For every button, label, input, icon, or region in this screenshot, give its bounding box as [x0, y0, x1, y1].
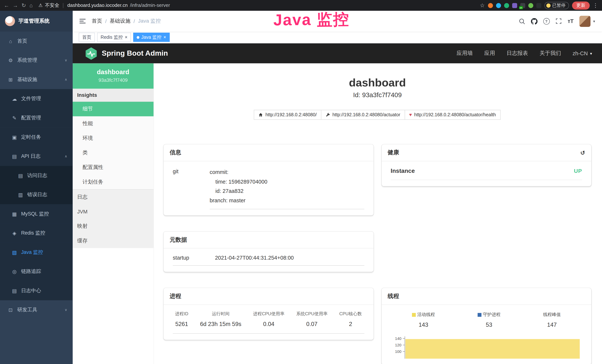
breadcrumb-separator: / [133, 18, 135, 24]
metadata-card: 元数据 startup 2021-04-27T00:44:31.254+08:0… [163, 232, 373, 272]
tab-label: Redis 监控 [101, 34, 123, 40]
leaf-extension-icon[interactable] [528, 3, 533, 8]
heart-icon: ♥ [409, 112, 412, 118]
reload-icon[interactable]: ↻ [22, 2, 26, 8]
github-icon[interactable] [531, 18, 537, 24]
locale-select[interactable]: zh-CN ▾ [572, 50, 592, 56]
threads-chart-y-axis: 140 120 100 [391, 336, 405, 359]
sidebar-item-home[interactable]: ⌂ 首页 [0, 32, 73, 51]
puzzle-extension-icon[interactable] [536, 3, 541, 8]
paused-label: 已暂停 [552, 2, 566, 8]
screenshot-root: ← → ↻ ⌂ ⚠ 不安全 dashboard.yudao.iocoder.cn… [0, 0, 602, 364]
bookmark-star-icon[interactable]: ☆ [480, 2, 485, 8]
switch-extension-icon[interactable]: on [520, 3, 525, 8]
tab-home[interactable]: 首页 [79, 33, 95, 42]
sba-nav-about[interactable]: 关于我们 [539, 50, 561, 57]
help-icon[interactable]: ? [543, 18, 549, 24]
sidebar-item-config-mgmt[interactable]: ✎ 配置管理 [0, 108, 73, 128]
sba-brand[interactable]: Spring Boot Admin [85, 47, 168, 60]
sba-item-details[interactable]: 细节 [73, 102, 153, 117]
actuator-url-link[interactable]: http://192.168.0.2:48080/actuator [321, 110, 405, 120]
health-instance-row[interactable]: Instance UP [391, 167, 582, 180]
sidebar-item-api-logs[interactable]: ▤ API 日志 ∧ [0, 147, 73, 166]
home-icon: ⌂ [8, 38, 13, 44]
cards-grid: 信息 git commit: time: 1596289704000 id: 2… [163, 144, 591, 364]
sidebar-item-label: API 日志 [21, 153, 41, 160]
orange-extension-icon[interactable] [488, 3, 493, 8]
tab-java-monitor[interactable]: Java 监控 × [133, 33, 170, 42]
forward-icon[interactable]: → [13, 2, 18, 8]
error-log-icon: ▥ [18, 192, 23, 197]
sidebar-item-file-mgmt[interactable]: ☁ 文件管理 [0, 89, 73, 108]
drop-extension-icon[interactable] [496, 3, 501, 8]
app-logo[interactable]: 芋道管理系统 [0, 11, 73, 32]
sidebar-item-access-logs[interactable]: ▤ 访问日志 [0, 166, 73, 185]
history-icon[interactable]: ↺ [580, 149, 585, 156]
update-button[interactable]: 更新 [572, 1, 590, 9]
address-bar[interactable]: ⚠ 不安全 dashboard.yudao.iocoder.cn/infra/a… [39, 2, 170, 9]
sba-item-classes[interactable]: 类 [73, 146, 153, 160]
paused-chip[interactable]: 已暂停 [544, 2, 569, 9]
url-path: /infra/admin-server [130, 3, 170, 8]
sba-item-jvm[interactable]: JVM [73, 204, 153, 219]
sba-item-scheduled-tasks[interactable]: 计划任务 [73, 175, 153, 189]
sba-nav-wall[interactable]: 应用墙 [457, 50, 473, 57]
font-size-icon[interactable]: тT [568, 18, 574, 24]
back-icon[interactable]: ← [4, 2, 9, 8]
sidebar-item-java-monitor[interactable]: ▧ Java 监控 [0, 243, 73, 262]
insights-group: 细节 性能 环境 类 配置属性 计划任务 [73, 102, 153, 190]
sba-item-environment[interactable]: 环境 [73, 131, 153, 146]
sba-item-mappings[interactable]: 映射 [73, 219, 153, 234]
avatar[interactable] [579, 16, 591, 27]
logo-avatar-icon [5, 16, 15, 26]
stat-value: 6d 23h 15m 59s [200, 321, 241, 327]
sidebar-item-redis-monitor[interactable]: ◈ Redis 监控 [0, 224, 73, 243]
sidebar-item-label: MySQL 监控 [21, 211, 49, 217]
instance-name: dashboard [76, 68, 150, 76]
app-title: 芋道管理系统 [18, 18, 50, 24]
sidebar-item-label: 系统管理 [17, 57, 37, 64]
sidebar-item-mysql-monitor[interactable]: ▦ MySQL 监控 [0, 204, 73, 224]
service-url: http://192.168.0.2:48080/ [266, 112, 317, 118]
fullscreen-icon[interactable] [556, 18, 562, 24]
y-tick-label: 100 [395, 349, 401, 353]
chevron-up-icon: ∧ [65, 77, 67, 81]
close-icon[interactable]: × [163, 35, 166, 40]
home-icon [258, 113, 263, 117]
sba-item-config-props[interactable]: 配置属性 [73, 160, 153, 175]
sba-nav: 应用墙 应用 日志报表 关于我们 zh-CN ▾ [457, 50, 592, 57]
active-dot-icon [137, 36, 139, 39]
instance-header[interactable]: dashboard 93a3fc7f7409 [73, 64, 153, 89]
sidebar-item-system-mgmt[interactable]: ⚙ 系统管理 ∨ [0, 51, 73, 70]
breadcrumb-home[interactable]: 首页 [92, 18, 102, 24]
browser-menu-icon[interactable]: ⋮ [593, 2, 598, 8]
health-url-link[interactable]: ♥ http://192.168.0.2:48080/actuator/heal… [405, 110, 501, 120]
address-divider [63, 3, 64, 8]
sba-item-metrics[interactable]: 性能 [73, 116, 153, 131]
grid-extension-icon[interactable] [512, 3, 517, 8]
chevron-down-icon[interactable]: ▾ [593, 19, 595, 23]
health-url: http://192.168.0.2:48080/actuator/health [414, 112, 496, 118]
sidebar-item-tracing[interactable]: ◎ 链路追踪 [0, 262, 73, 281]
browser-home-icon[interactable]: ⌂ [30, 2, 33, 8]
sba-item-caches[interactable]: 缓存 [73, 234, 153, 248]
breadcrumb-infrastructure[interactable]: 基础设施 [110, 18, 130, 24]
tab-redis-monitor[interactable]: Redis 监控 × [97, 33, 131, 42]
sidebar-item-scheduled-tasks[interactable]: ▣ 定时任务 [0, 128, 73, 147]
sidebar-item-dev-tools[interactable]: ⊡ 研发工具 ∨ [0, 300, 73, 320]
git-branch-line: branch: master [210, 196, 364, 205]
stat-value: 0.07 [296, 321, 327, 327]
log-center-icon: ▤ [11, 288, 17, 294]
sidebar-item-infrastructure[interactable]: ⊞ 基础设施 ∧ [0, 70, 73, 89]
search-icon[interactable] [519, 18, 525, 24]
sba-nav-applications[interactable]: 应用 [484, 50, 495, 57]
service-url-link[interactable]: http://192.168.0.2:48080/ [254, 110, 321, 120]
sidebar-item-log-center[interactable]: ▤ 日志中心 [0, 281, 73, 300]
sba-item-logs[interactable]: 日志 [73, 190, 153, 204]
green-extension-icon[interactable] [504, 3, 509, 8]
close-icon[interactable]: × [125, 35, 128, 40]
stat-label: 进程ID [175, 311, 188, 317]
hamburger-icon[interactable] [80, 19, 86, 23]
sidebar-item-error-logs[interactable]: ▥ 错误日志 [0, 185, 73, 204]
sba-nav-journal[interactable]: 日志报表 [506, 50, 528, 57]
